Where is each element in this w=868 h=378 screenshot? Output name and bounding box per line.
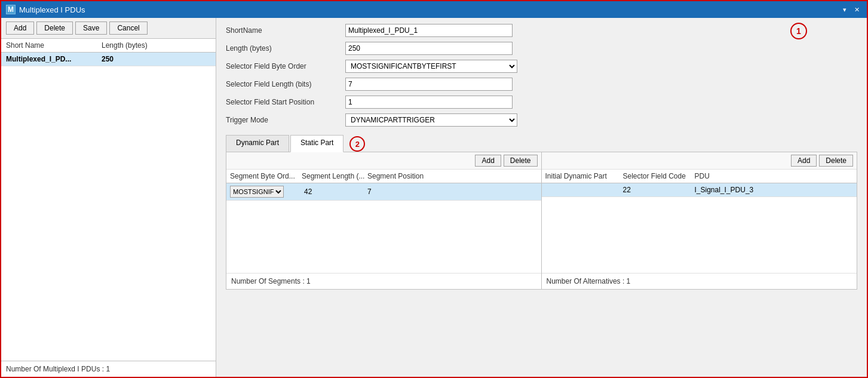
segments-add-button[interactable]: Add	[475, 155, 501, 167]
seg-col-length: Segment Length (...	[302, 172, 367, 180]
main-window: M Multiplexed I PDUs ▾ ✕ Add Delete Save…	[0, 0, 868, 378]
left-table-header: Short Name Length (bytes)	[1, 39, 216, 53]
input-selector-length[interactable]	[345, 78, 513, 91]
main-content: Add Delete Save Cancel Short Name Length…	[1, 18, 867, 377]
row-short-name: Multiplexed_I_PD...	[6, 55, 102, 63]
left-panel-footer: Number Of Multiplexd I PDUs : 1	[1, 361, 216, 377]
segments-toolbar: Add Delete	[226, 152, 541, 170]
form-row-selector-start-pos: Selector Field Start Position	[226, 96, 857, 109]
alternatives-panel: Add Delete Initial Dynamic Part Selector…	[542, 152, 857, 289]
alt-selector-code-val: 22	[623, 186, 695, 194]
segments-panel: Add Delete Segment Byte Ord... Segment L…	[226, 152, 542, 289]
alt-col-init-dp: Initial Dynamic Part	[545, 172, 623, 180]
label-selector-length: Selector Field Length (bits)	[226, 80, 345, 88]
tab-dynamic-part[interactable]: Dynamic Part	[226, 135, 289, 152]
tab-bar: Dynamic Part Static Part 2	[226, 135, 857, 152]
segment-row[interactable]: MOSTSIGNIFIC... 42 7	[226, 183, 541, 201]
alternatives-delete-button[interactable]: Delete	[819, 155, 853, 167]
seg-byte-order-select[interactable]: MOSTSIGNIFIC...	[230, 186, 284, 198]
alternatives-footer: Number Of Alternatives : 1	[542, 273, 857, 289]
alt-pdu-val: I_Signal_I_PDU_3	[695, 186, 784, 194]
col-header-short-name: Short Name	[6, 41, 102, 50]
label-trigger-mode: Trigger Mode	[226, 116, 345, 124]
tabs-area: Dynamic Part Static Part 2 Add Delete	[226, 135, 857, 290]
label-shortname: ShortName	[226, 26, 345, 35]
form-row-selector-length: Selector Field Length (bits)	[226, 78, 857, 91]
alternative-row[interactable]: 22 I_Signal_I_PDU_3	[542, 183, 857, 197]
form-row-shortname: ShortName	[226, 24, 857, 37]
number-of-pdus-label: Number Of Multiplexd I PDUs : 1	[6, 365, 110, 373]
alternatives-table-header: Initial Dynamic Part Selector Field Code…	[542, 170, 857, 183]
tab-static-part[interactable]: Static Part	[290, 135, 343, 152]
alternatives-add-button[interactable]: Add	[791, 155, 817, 167]
close-button[interactable]: ✕	[851, 5, 862, 14]
window-icon: M	[6, 5, 16, 14]
select-selector-byte-order[interactable]: MOSTSIGNIFICANTBYTEFIRST	[345, 60, 517, 73]
badge-1: 1	[790, 23, 807, 39]
title-bar: M Multiplexed I PDUs ▾ ✕	[1, 1, 867, 18]
alt-col-pdu: PDU	[695, 172, 784, 180]
form-row-selector-byte-order: Selector Field Byte Order MOSTSIGNIFICAN…	[226, 60, 857, 73]
label-length: Length (bytes)	[226, 44, 345, 53]
label-selector-start-pos: Selector Field Start Position	[226, 98, 345, 106]
window-controls: ▾ ✕	[839, 5, 862, 14]
left-panel-spacer	[1, 66, 216, 361]
input-length[interactable]	[345, 42, 513, 55]
form-row-length: Length (bytes)	[226, 42, 857, 55]
segments-table-header: Segment Byte Ord... Segment Length (... …	[226, 170, 541, 183]
seg-col-position: Segment Position	[367, 172, 427, 180]
seg-col-byte-order: Segment Byte Ord...	[230, 172, 302, 180]
select-trigger-mode[interactable]: DYNAMICPARTTRIGGER	[345, 113, 517, 127]
add-button[interactable]: Add	[6, 21, 34, 35]
input-selector-start-pos[interactable]	[345, 96, 513, 109]
input-shortname[interactable]	[345, 24, 513, 37]
tab-content: Add Delete Segment Byte Ord... Segment L…	[226, 152, 857, 290]
alternatives-toolbar: Add Delete	[542, 152, 857, 170]
form-row-trigger-mode: Trigger Mode DYNAMICPARTTRIGGER	[226, 113, 857, 127]
save-button[interactable]: Save	[75, 21, 107, 35]
left-panel: Add Delete Save Cancel Short Name Length…	[1, 18, 216, 377]
window-title: Multiplexed I PDUs	[19, 5, 839, 14]
minimize-button[interactable]: ▾	[839, 5, 850, 14]
delete-button[interactable]: Delete	[36, 21, 73, 35]
seg-length-val: 42	[302, 188, 367, 196]
left-toolbar: Add Delete Save Cancel	[1, 18, 216, 39]
alt-panel-spacer	[542, 197, 857, 273]
seg-panel-spacer	[226, 201, 541, 273]
right-panel: 1 ShortName Length (bytes) Selector Fiel…	[216, 18, 867, 377]
badge-2: 2	[349, 136, 365, 152]
cancel-button[interactable]: Cancel	[109, 21, 147, 35]
label-selector-byte-order: Selector Field Byte Order	[226, 62, 345, 70]
row-length: 250	[102, 55, 161, 63]
seg-byte-order-val: MOSTSIGNIFIC...	[230, 186, 302, 198]
col-header-length: Length (bytes)	[102, 41, 161, 50]
alt-col-sel-code: Selector Field Code	[623, 172, 695, 180]
seg-position-val: 7	[367, 188, 427, 196]
table-row[interactable]: Multiplexed_I_PD... 250	[1, 53, 216, 66]
segments-footer: Number Of Segments : 1	[226, 273, 541, 289]
segments-delete-button[interactable]: Delete	[504, 155, 538, 167]
